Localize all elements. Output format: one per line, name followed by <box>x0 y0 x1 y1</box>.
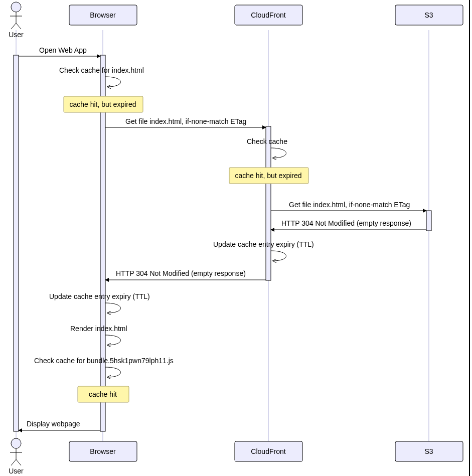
svg-point-0 <box>11 2 21 12</box>
msg-update-ttl-browser: Update cache entry expiry (TTL) <box>49 292 150 300</box>
msg-display-webpage: Display webpage <box>27 420 80 428</box>
actor-browser-label-bottom: Browser <box>90 447 116 455</box>
actor-cloudfront-bottom: CloudFront <box>235 441 302 461</box>
svg-text:cache hit: cache hit <box>89 390 117 398</box>
note-cache-hit-expired-2: cache hit, but expired <box>229 168 308 184</box>
msg-render-index: Render index.html <box>70 325 127 333</box>
actor-s3-top: S3 <box>395 5 463 25</box>
msg-check-cache-cf: Check cache <box>247 137 287 145</box>
sequence-diagram: User Browser CloudFront S3 Open Web App … <box>0 0 472 476</box>
note-cache-hit: cache hit <box>78 386 129 402</box>
note-cache-hit-expired-1: cache hit, but expired <box>64 96 143 112</box>
svg-point-20 <box>11 438 21 448</box>
actor-user-bottom: User <box>9 438 24 475</box>
actor-cloudfront-label-top: CloudFront <box>251 11 285 19</box>
actor-cloudfront-top: CloudFront <box>235 5 302 25</box>
activation-cloudfront <box>266 126 271 280</box>
actor-user-label-bottom: User <box>9 467 24 475</box>
actor-s3-label-bottom: S3 <box>424 447 433 455</box>
actor-user-top: User <box>9 2 24 39</box>
msg-304-2: HTTP 304 Not Modified (empty response) <box>116 269 246 277</box>
actor-browser-top: Browser <box>69 5 137 25</box>
svg-line-24 <box>16 459 21 465</box>
actor-s3-bottom: S3 <box>395 441 463 461</box>
msg-update-ttl-cf: Update cache entry expiry (TTL) <box>213 240 314 248</box>
msg-304-1: HTTP 304 Not Modified (empty response) <box>281 219 411 227</box>
msg-get-index-1: Get file index.html, if-none-match ETag <box>125 117 246 125</box>
svg-text:cache hit, but expired: cache hit, but expired <box>69 100 136 108</box>
svg-line-23 <box>11 459 16 465</box>
actor-browser-label-top: Browser <box>90 11 116 19</box>
svg-text:cache hit, but expired: cache hit, but expired <box>235 172 301 180</box>
svg-line-3 <box>11 23 16 29</box>
svg-line-4 <box>16 23 21 29</box>
msg-check-cache-index: Check cache for index.html <box>59 66 144 74</box>
actor-user-label-top: User <box>9 31 24 39</box>
actor-browser-bottom: Browser <box>69 441 137 461</box>
msg-get-index-2: Get file index.html, if-none-match ETag <box>289 201 410 209</box>
msg-check-cache-bundle: Check cache for bundle.5hsk1pwn79lph11.j… <box>34 357 174 365</box>
activation-s3 <box>426 211 431 231</box>
actor-cloudfront-label-bottom: CloudFront <box>251 447 285 455</box>
activation-user <box>14 55 19 431</box>
msg-open-web-app: Open Web App <box>39 46 87 54</box>
actor-s3-label-top: S3 <box>424 11 433 19</box>
